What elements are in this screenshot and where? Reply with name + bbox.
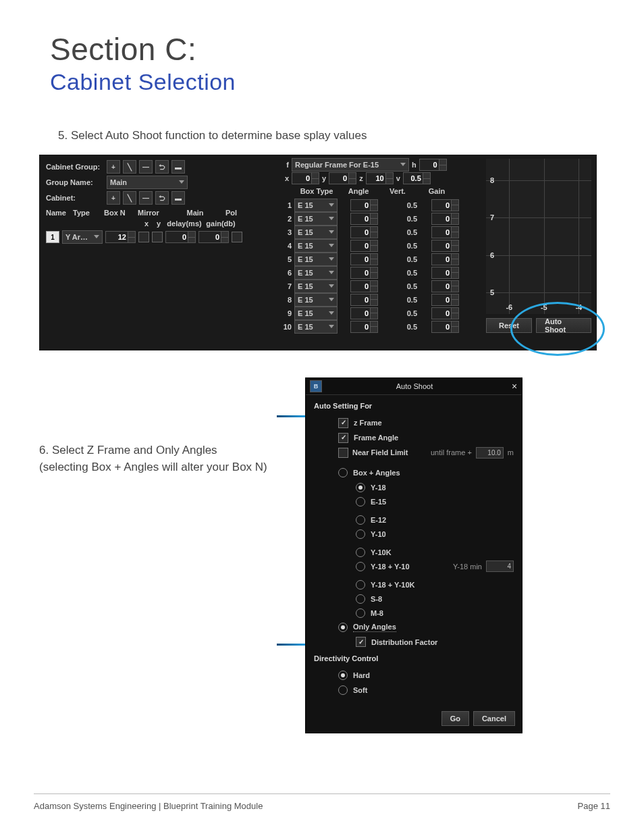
angle-spinner[interactable]: 0 — [350, 199, 378, 211]
row-type-select[interactable]: Y Ar… — [62, 230, 103, 244]
angle-value[interactable]: 0 — [350, 294, 371, 306]
minus-icon[interactable]: — — [139, 160, 153, 174]
box-type-select[interactable]: E 15 — [294, 199, 338, 212]
angle-value[interactable]: 0 — [350, 280, 371, 292]
angle-spinner[interactable]: 0 — [350, 307, 378, 319]
v-spinner[interactable]: 0.5 — [403, 172, 431, 184]
add-icon[interactable]: + — [107, 191, 120, 205]
close-icon[interactable]: × — [507, 381, 522, 392]
until-frame-input[interactable]: 10.0 — [476, 447, 504, 459]
frame-angle-checkbox[interactable] — [338, 433, 348, 443]
speaker-option-radio[interactable] — [356, 562, 365, 571]
gain-spinner[interactable]: 0 — [198, 231, 229, 243]
y18-min-input[interactable]: 4 — [486, 561, 514, 572]
angle-spinner[interactable]: 0 — [350, 280, 378, 292]
z-frame-checkbox[interactable] — [338, 418, 348, 428]
angle-spinner[interactable]: 0 — [350, 321, 378, 333]
box-type-select[interactable]: E 15 — [294, 266, 338, 280]
delay-value[interactable]: 0 — [165, 231, 188, 243]
arrow-icon[interactable]: ⮌ — [155, 160, 169, 174]
row-gain-spinner[interactable]: 0 — [431, 294, 459, 306]
angle-spinner[interactable]: 0 — [350, 253, 378, 265]
cancel-button[interactable]: Cancel — [473, 711, 515, 726]
row-gain-value[interactable]: 0 — [431, 321, 452, 333]
row-gain-value[interactable]: 0 — [431, 226, 452, 238]
h-value[interactable]: 0 — [419, 159, 439, 171]
angle-value[interactable]: 0 — [350, 240, 371, 252]
h-spinner[interactable]: 0 — [419, 159, 447, 171]
row-gain-value[interactable]: 0 — [431, 253, 452, 265]
angle-value[interactable]: 0 — [350, 307, 371, 319]
row-gain-spinner[interactable]: 0 — [431, 321, 459, 333]
line-icon[interactable]: ╲ — [123, 160, 136, 174]
dash-icon[interactable]: ▬ — [171, 191, 185, 205]
y-spinner[interactable]: 0 — [329, 172, 356, 184]
row-gain-value[interactable]: 0 — [431, 294, 452, 306]
row-gain-value[interactable]: 0 — [431, 280, 452, 292]
x-value[interactable]: 0 — [292, 172, 312, 184]
hard-radio[interactable] — [338, 671, 348, 680]
row-gain-spinner[interactable]: 0 — [431, 226, 459, 238]
row-gain-spinner[interactable]: 0 — [431, 267, 459, 279]
auto-shoot-button[interactable]: Auto Shoot — [536, 318, 591, 333]
speaker-option-radio[interactable] — [356, 483, 365, 492]
gain-value[interactable]: 0 — [198, 231, 221, 243]
distribution-factor-checkbox[interactable] — [356, 637, 366, 647]
x-spinner[interactable]: 0 — [292, 172, 319, 184]
near-field-checkbox[interactable] — [338, 448, 348, 458]
row-gain-spinner[interactable]: 0 — [431, 213, 459, 225]
row-gain-spinner[interactable]: 0 — [431, 253, 459, 265]
line-icon[interactable]: ╲ — [123, 191, 136, 205]
soft-radio[interactable] — [338, 685, 348, 695]
row-gain-spinner[interactable]: 0 — [431, 280, 459, 292]
box-type-select[interactable]: E 15 — [294, 212, 338, 226]
dash-icon[interactable]: ▬ — [171, 160, 185, 174]
boxn-spinner[interactable]: 12 — [105, 231, 136, 243]
box-type-select[interactable]: E 15 — [294, 280, 338, 293]
angle-value[interactable]: 0 — [350, 199, 371, 211]
speaker-option-radio[interactable] — [356, 497, 365, 506]
add-icon[interactable]: + — [107, 160, 120, 174]
angle-spinner[interactable]: 0 — [350, 226, 378, 238]
angle-value[interactable]: 0 — [350, 253, 371, 265]
box-type-select[interactable]: E 15 — [294, 320, 338, 334]
group-name-select[interactable]: Main — [107, 176, 188, 189]
box-type-select[interactable]: E 15 — [294, 293, 338, 307]
box-type-select[interactable]: E 15 — [294, 253, 338, 266]
pol-checkbox[interactable] — [232, 232, 242, 242]
speaker-option-radio[interactable] — [356, 529, 365, 539]
box-type-select[interactable]: E 15 — [294, 239, 338, 253]
z-value[interactable]: 10 — [366, 172, 386, 184]
row-gain-spinner[interactable]: 0 — [431, 199, 459, 211]
speaker-option-radio[interactable] — [356, 515, 365, 525]
row-gain-value[interactable]: 0 — [431, 199, 452, 211]
z-spinner[interactable]: 10 — [366, 172, 394, 184]
y-value[interactable]: 0 — [329, 172, 349, 184]
speaker-option-radio[interactable] — [356, 594, 365, 604]
box-type-select[interactable]: E 15 — [294, 307, 338, 320]
only-angles-radio[interactable] — [338, 623, 348, 632]
row-gain-value[interactable]: 0 — [431, 267, 452, 279]
minus-icon[interactable]: — — [139, 191, 153, 205]
row-gain-value[interactable]: 0 — [431, 213, 452, 225]
boxn-value[interactable]: 12 — [105, 231, 128, 243]
box-angles-radio[interactable] — [338, 468, 348, 477]
angle-spinner[interactable]: 0 — [350, 267, 378, 279]
angle-spinner[interactable]: 0 — [350, 213, 378, 225]
box-type-select[interactable]: E 15 — [294, 226, 338, 239]
speaker-option-radio[interactable] — [356, 580, 365, 590]
row-gain-spinner[interactable]: 0 — [431, 307, 459, 319]
angle-value[interactable]: 0 — [350, 226, 371, 238]
v-value[interactable]: 0.5 — [403, 172, 423, 184]
row-gain-value[interactable]: 0 — [431, 240, 452, 252]
mirror-y-checkbox[interactable] — [152, 232, 163, 242]
mirror-x-checkbox[interactable] — [138, 232, 149, 242]
speaker-option-radio[interactable] — [356, 548, 365, 557]
speaker-option-radio[interactable] — [356, 608, 365, 618]
row-gain-value[interactable]: 0 — [431, 307, 452, 319]
angle-value[interactable]: 0 — [350, 321, 371, 333]
frame-select[interactable]: Regular Frame For E-15 — [292, 158, 409, 172]
angle-spinner[interactable]: 0 — [350, 240, 378, 252]
arrow-icon[interactable]: ⮌ — [155, 191, 169, 205]
angle-value[interactable]: 0 — [350, 267, 371, 279]
